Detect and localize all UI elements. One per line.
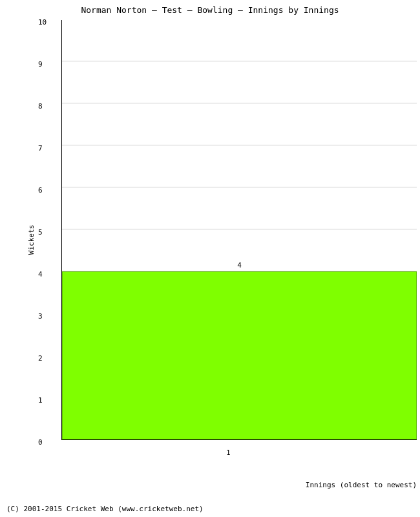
y-tick-label-6: 6: [38, 186, 43, 195]
x-tick-label-1: 1: [226, 448, 231, 457]
y-tick-label-4: 4: [38, 270, 43, 279]
chart-inner: 4: [61, 20, 417, 440]
y-tick-label-9: 9: [38, 60, 43, 69]
y-tick-label-10: 10: [38, 18, 47, 26]
y-tick-label-3: 3: [38, 312, 43, 321]
bar-innings-1: [62, 271, 417, 439]
x-axis-label: Innings (oldest to newest): [306, 481, 417, 489]
chart-area: Wickets 4 Innings (oldest to newest) 012…: [36, 20, 417, 459]
y-tick-label-1: 1: [38, 396, 43, 405]
chart-container: Norman Norton — Test — Bowling — Innings…: [0, 0, 420, 517]
y-axis-label: Wickets: [27, 225, 36, 255]
y-tick-label-5: 5: [38, 228, 43, 237]
footer: (C) 2001-2015 Cricket Web (www.cricketwe…: [0, 505, 420, 513]
bar-value-label-1: 4: [237, 261, 242, 269]
y-tick-label-7: 7: [38, 144, 43, 153]
y-tick-label-0: 0: [38, 438, 43, 447]
y-tick-label-2: 2: [38, 354, 43, 363]
y-tick-label-8: 8: [38, 102, 43, 111]
chart-title: Norman Norton — Test — Bowling — Innings…: [81, 5, 339, 15]
